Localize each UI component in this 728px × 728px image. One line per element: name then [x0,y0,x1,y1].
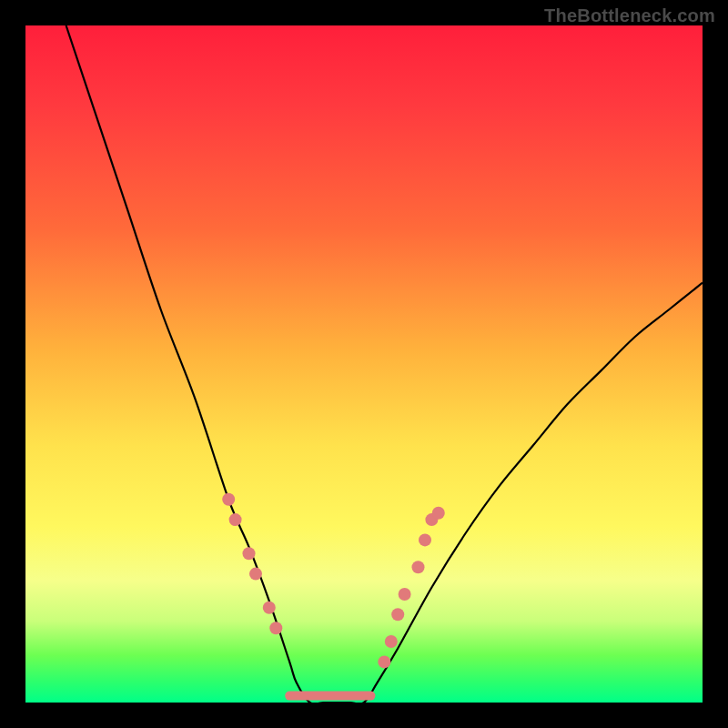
marker-group [222,493,445,669]
bottleneck-curve [66,25,703,703]
plot-area [25,25,703,703]
chart-frame: TheBottleneck.com [0,0,728,728]
curve-marker [229,513,242,526]
curve-marker [269,622,282,634]
curve-marker [222,493,235,506]
curve-layer [25,25,703,703]
curve-marker [412,561,425,573]
curve-marker [432,507,445,520]
curve-marker [249,568,262,581]
curve-marker [263,602,276,614]
curve-marker [391,608,404,621]
watermark-text: TheBottleneck.com [544,5,715,26]
curve-marker [378,655,390,668]
curve-marker [385,635,398,648]
curve-marker [399,588,411,601]
curve-marker [419,533,431,546]
curve-marker [243,547,256,560]
